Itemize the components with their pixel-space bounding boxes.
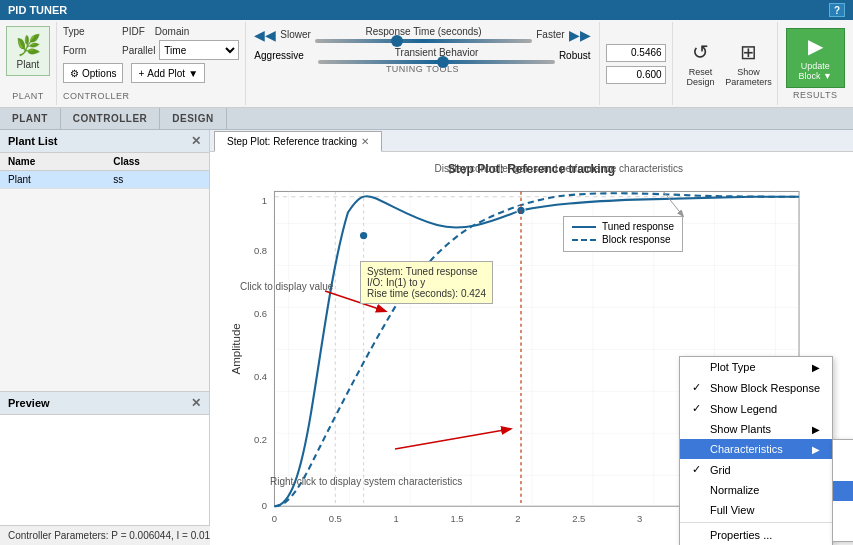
- rightclick-annotation: Right-click to display system characteri…: [270, 475, 462, 489]
- section-plant: PLANT: [0, 108, 61, 129]
- ctx-properties-label: Properties ...: [710, 529, 772, 541]
- results-label: RESULTS: [793, 88, 837, 100]
- svg-text:3: 3: [637, 513, 642, 524]
- ribbon: 🌿 Plant PLANT Type PIDF Domain Form Para…: [0, 20, 853, 108]
- reset-design-button[interactable]: ↺ Reset Design: [679, 29, 723, 99]
- ctx-show-block[interactable]: ✓ Show Block Response: [680, 377, 832, 398]
- ctx-normalize-label: Normalize: [710, 484, 760, 496]
- svg-text:1.5: 1.5: [450, 513, 463, 524]
- legend-dashed-line: [572, 239, 596, 241]
- ctx-show-legend-check: ✓: [692, 402, 704, 415]
- parameters-icon: ⊞: [740, 40, 757, 64]
- name-column-header: Name: [0, 153, 105, 171]
- plant-list-row[interactable]: Plantss: [0, 171, 209, 189]
- tooltip-line3: Rise time (seconds): 0.424: [367, 288, 486, 299]
- main-content: Plant List ✕ Name Class Plantss Preview …: [0, 130, 853, 525]
- ctx-steady-state[interactable]: Steady State: [833, 521, 853, 541]
- tabs-bar: Step Plot: Reference tracking ✕: [210, 130, 853, 152]
- svg-point-24: [359, 231, 367, 239]
- tab-label: Step Plot: Reference tracking: [227, 136, 357, 147]
- preview-header: Preview ✕: [0, 392, 209, 415]
- plot-svg-container[interactable]: Time (seconds) Amplitude 0 0.5 1 1.5 2 2…: [220, 181, 843, 545]
- plant-list-title: Plant List: [8, 135, 58, 147]
- numeric-input-2[interactable]: [606, 66, 666, 84]
- plant-button[interactable]: 🌿 Plant: [6, 26, 50, 76]
- plant-section-label: PLANT: [12, 89, 44, 101]
- reset-design-label: Reset Design: [680, 67, 722, 87]
- add-icon: +: [138, 68, 144, 79]
- section-controller: CONTROLLER: [61, 108, 160, 129]
- ctx-normalize[interactable]: Normalize: [680, 480, 832, 500]
- ctx-plot-type[interactable]: Plot Type ▶: [680, 357, 832, 377]
- svg-text:2.5: 2.5: [572, 513, 585, 524]
- preview-section: Preview ✕: [0, 391, 209, 525]
- legend-box: Tuned response Block response: [563, 216, 683, 252]
- ctx-rise-time[interactable]: ✓ Rise Time: [833, 460, 853, 481]
- options-button[interactable]: ⚙ Options: [63, 63, 123, 83]
- response-time-slider[interactable]: [315, 39, 532, 43]
- update-block-button[interactable]: ▶ UpdateBlock ▼: [786, 28, 845, 88]
- transient-slider[interactable]: [318, 60, 555, 64]
- ctx-properties[interactable]: Properties ...: [680, 525, 832, 545]
- ctx-settling-time[interactable]: Settling Time: [833, 481, 853, 501]
- svg-text:1: 1: [262, 195, 267, 206]
- options-row: ⚙ Options + Add Plot ▼: [63, 63, 239, 83]
- type-value: PIDF: [122, 26, 145, 37]
- numeric-input-1[interactable]: [606, 44, 666, 62]
- tab-close-button[interactable]: ✕: [361, 136, 369, 147]
- help-button[interactable]: ?: [829, 3, 845, 17]
- ctx-show-plants-arrow: ▶: [812, 424, 820, 435]
- legend-solid-line: [572, 226, 596, 228]
- right-arrows-icon: ▶▶: [569, 27, 591, 43]
- ctx-characteristics[interactable]: Characteristics ▶ Peak Response ✓ Rise T…: [680, 439, 832, 459]
- svg-text:2: 2: [515, 513, 520, 524]
- legend-tuned-label: Tuned response: [602, 221, 674, 232]
- update-icon: ▶: [808, 34, 823, 58]
- svg-text:0: 0: [262, 500, 267, 511]
- svg-text:0.6: 0.6: [254, 308, 267, 319]
- ctx-grid[interactable]: ✓ Grid: [680, 459, 832, 480]
- ctx-peak-response[interactable]: Peak Response: [833, 440, 853, 460]
- svg-text:0.8: 0.8: [254, 245, 267, 256]
- gain-annotation: Display controller gains and performance…: [435, 162, 683, 176]
- ctx-transient-time[interactable]: Transient Time: [833, 501, 853, 521]
- class-column-header: Class: [105, 153, 209, 171]
- type-row: Type PIDF Domain: [63, 26, 239, 37]
- add-plot-button[interactable]: + Add Plot ▼: [131, 63, 205, 83]
- ctx-full-view[interactable]: Full View: [680, 500, 832, 520]
- svg-text:0: 0: [272, 513, 277, 524]
- reset-icon: ↺: [692, 40, 709, 64]
- plot-area: Step Plot: Reference tracking Display co…: [210, 152, 853, 545]
- right-content: Step Plot: Reference tracking ✕ Step Plo…: [210, 130, 853, 525]
- preview-title: Preview: [8, 397, 50, 409]
- plant-list-close[interactable]: ✕: [191, 134, 201, 148]
- slider-thumb[interactable]: [391, 35, 403, 47]
- legend-block-label: Block response: [602, 234, 670, 245]
- ribbon-icon-buttons: ↺ Reset Design ⊞ Show Parameters: [673, 22, 778, 105]
- ctx-show-plants[interactable]: Show Plants ▶: [680, 419, 832, 439]
- form-value: Parallel: [122, 45, 155, 56]
- ctx-grid-label: Grid: [710, 464, 731, 476]
- ctx-separator: [680, 522, 832, 523]
- plant-list-table: Name Class Plantss: [0, 153, 209, 189]
- ctx-show-plants-label: Show Plants: [710, 423, 771, 435]
- tuning-tools-label: TUNING TOOLS: [254, 64, 590, 74]
- type-label: Type: [63, 26, 118, 37]
- transient-thumb[interactable]: [437, 56, 449, 68]
- tooltip-line2: I/O: In(1) to y: [367, 277, 486, 288]
- slower-label: Slower: [280, 29, 311, 40]
- results-section: ▶ UpdateBlock ▼ RESULTS: [778, 22, 853, 105]
- plant-name-cell: Plant: [0, 171, 105, 189]
- show-parameters-button[interactable]: ⊞ Show Parameters: [727, 29, 771, 99]
- preview-close[interactable]: ✕: [191, 396, 201, 410]
- ribbon-plant-section: 🌿 Plant PLANT: [0, 22, 57, 105]
- tooltip-line1: System: Tuned response: [367, 266, 486, 277]
- svg-text:0.5: 0.5: [329, 513, 342, 524]
- ctx-show-legend[interactable]: ✓ Show Legend: [680, 398, 832, 419]
- controller-section-label: CONTROLLER: [63, 89, 239, 101]
- plant-button-label: Plant: [17, 59, 40, 70]
- legend-tuned: Tuned response: [572, 221, 674, 232]
- transient-behavior-label: Transient Behavior: [318, 47, 555, 58]
- time-select[interactable]: Time: [159, 40, 239, 60]
- tab-step-plot[interactable]: Step Plot: Reference tracking ✕: [214, 131, 382, 152]
